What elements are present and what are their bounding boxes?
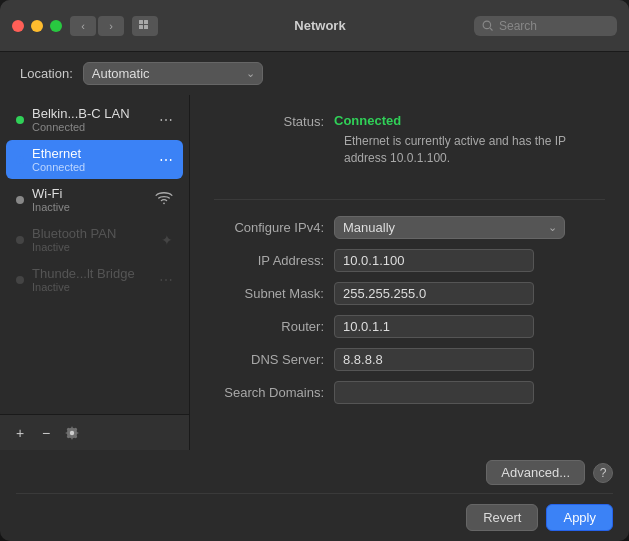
sidebar-item-status-wifi: Inactive xyxy=(32,201,147,213)
sidebar-item-name-ethernet: Ethernet xyxy=(32,146,151,161)
svg-point-4 xyxy=(483,21,491,29)
status-dot-wifi xyxy=(16,196,24,204)
sidebar-item-info-bluetooth: Bluetooth PAN Inactive xyxy=(32,226,153,253)
sidebar-item-ethernet[interactable]: Ethernet Connected ⋯ xyxy=(6,140,183,179)
dns-server-row: DNS Server: xyxy=(214,348,605,371)
router-input[interactable] xyxy=(334,315,534,338)
divider xyxy=(214,199,605,200)
sidebar: Belkin...B-C LAN Connected ⋯ Ethernet Co… xyxy=(0,95,190,450)
sidebar-item-info-thunderbolt: Thunde...lt Bridge Inactive xyxy=(32,266,151,293)
status-description: Ethernet is currently active and has the… xyxy=(344,133,605,167)
configure-select[interactable]: Manually Using DHCP Using DHCP with manu… xyxy=(334,216,565,239)
status-dot-thunderbolt xyxy=(16,276,24,284)
advanced-row: Advanced... ? xyxy=(16,460,613,485)
action-row: Revert Apply xyxy=(16,493,613,531)
traffic-lights xyxy=(12,20,62,32)
router-row: Router: xyxy=(214,315,605,338)
router-label: Router: xyxy=(214,318,334,334)
configure-select-wrapper: Manually Using DHCP Using DHCP with manu… xyxy=(334,216,565,239)
location-bar: Location: Automatic Edit Locations... xyxy=(0,52,629,95)
sidebar-item-name-wifi: Wi-Fi xyxy=(32,186,147,201)
sidebar-item-status-bluetooth: Inactive xyxy=(32,241,153,253)
sidebar-item-status-thunderbolt: Inactive xyxy=(32,281,151,293)
search-domains-row: Search Domains: xyxy=(214,381,605,404)
network-icon-belkin: ⋯ xyxy=(159,112,173,128)
configure-ipv4-row: Configure IPv4: Manually Using DHCP Usin… xyxy=(214,216,605,239)
subnet-input[interactable] xyxy=(334,282,534,305)
nav-buttons: ‹ › xyxy=(70,16,124,36)
sidebar-toolbar: + − xyxy=(0,414,189,450)
network-settings-button[interactable] xyxy=(60,422,84,444)
thunderbolt-icon: ⋯ xyxy=(159,272,173,288)
sidebar-item-status-ethernet: Connected xyxy=(32,161,151,173)
svg-line-5 xyxy=(490,27,493,30)
advanced-button[interactable]: Advanced... xyxy=(486,460,585,485)
sidebar-item-name-belkin: Belkin...B-C LAN xyxy=(32,106,151,121)
search-bar[interactable] xyxy=(474,16,617,36)
ip-address-row: IP Address: xyxy=(214,249,605,272)
configure-label: Configure IPv4: xyxy=(214,219,334,235)
sidebar-item-wifi[interactable]: Wi-Fi Inactive xyxy=(6,180,183,219)
back-button[interactable]: ‹ xyxy=(70,16,96,36)
location-select[interactable]: Automatic Edit Locations... xyxy=(83,62,263,85)
gear-icon xyxy=(65,426,79,440)
close-button[interactable] xyxy=(12,20,24,32)
location-label: Location: xyxy=(20,66,73,81)
remove-network-button[interactable]: − xyxy=(34,422,58,444)
svg-rect-2 xyxy=(139,25,143,29)
apply-button[interactable]: Apply xyxy=(546,504,613,531)
dns-label: DNS Server: xyxy=(214,351,334,367)
window-title: Network xyxy=(166,18,474,33)
sidebar-item-info-belkin: Belkin...B-C LAN Connected xyxy=(32,106,151,133)
sidebar-item-thunderbolt[interactable]: Thunde...lt Bridge Inactive ⋯ xyxy=(6,260,183,299)
sidebar-item-status-belkin: Connected xyxy=(32,121,151,133)
sidebar-item-belkin[interactable]: Belkin...B-C LAN Connected ⋯ xyxy=(6,100,183,139)
detail-panel: Status: Connected Ethernet is currently … xyxy=(190,95,629,450)
sidebar-item-info-wifi: Wi-Fi Inactive xyxy=(32,186,147,213)
bottom-area: Advanced... ? Revert Apply xyxy=(0,450,629,541)
window: ‹ › Network Location: Automatic Ed xyxy=(0,0,629,541)
sidebar-item-name-thunderbolt: Thunde...lt Bridge xyxy=(32,266,151,281)
help-button[interactable]: ? xyxy=(593,463,613,483)
dns-input[interactable] xyxy=(334,348,534,371)
forward-button[interactable]: › xyxy=(98,16,124,36)
svg-rect-0 xyxy=(139,20,143,24)
status-row: Status: Connected xyxy=(214,113,605,129)
titlebar: ‹ › Network xyxy=(0,0,629,52)
grid-button[interactable] xyxy=(132,16,158,36)
search-domains-input[interactable] xyxy=(334,381,534,404)
status-dot-belkin xyxy=(16,116,24,124)
wifi-icon xyxy=(155,191,173,208)
sidebar-item-name-bluetooth: Bluetooth PAN xyxy=(32,226,153,241)
add-network-button[interactable]: + xyxy=(8,422,32,444)
status-section: Status: Connected Ethernet is currently … xyxy=(214,113,605,183)
status-dot-ethernet xyxy=(16,156,24,164)
sidebar-item-info-ethernet: Ethernet Connected xyxy=(32,146,151,173)
svg-point-6 xyxy=(163,202,165,204)
subnet-mask-row: Subnet Mask: xyxy=(214,282,605,305)
ip-label: IP Address: xyxy=(214,252,334,268)
sidebar-list: Belkin...B-C LAN Connected ⋯ Ethernet Co… xyxy=(0,95,189,414)
status-value: Connected xyxy=(334,113,401,128)
search-input[interactable] xyxy=(499,19,609,33)
svg-rect-1 xyxy=(144,20,148,24)
main-content: Belkin...B-C LAN Connected ⋯ Ethernet Co… xyxy=(0,95,629,450)
bluetooth-icon: ✦ xyxy=(161,232,173,248)
network-icon-ethernet: ⋯ xyxy=(159,152,173,168)
location-select-wrapper: Automatic Edit Locations... xyxy=(83,62,263,85)
maximize-button[interactable] xyxy=(50,20,62,32)
sidebar-item-bluetooth[interactable]: Bluetooth PAN Inactive ✦ xyxy=(6,220,183,259)
svg-rect-3 xyxy=(144,25,148,29)
minimize-button[interactable] xyxy=(31,20,43,32)
search-domains-label: Search Domains: xyxy=(214,384,334,400)
revert-button[interactable]: Revert xyxy=(466,504,538,531)
search-icon xyxy=(482,20,494,32)
status-label: Status: xyxy=(214,113,334,129)
subnet-label: Subnet Mask: xyxy=(214,285,334,301)
status-dot-bluetooth xyxy=(16,236,24,244)
ip-input[interactable] xyxy=(334,249,534,272)
